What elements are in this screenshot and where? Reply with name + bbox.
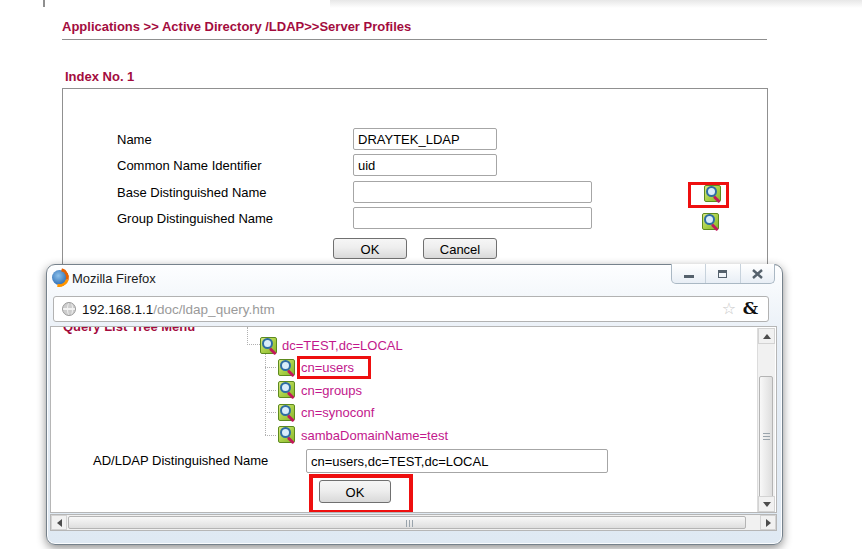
maximize-icon: [718, 270, 727, 278]
tree-node-search-icon[interactable]: [260, 337, 277, 354]
dn-label: AD/LDAP Distinguished Name: [93, 453, 268, 468]
arrow-up-icon: [763, 330, 771, 339]
common-name-identifier-input[interactable]: [353, 154, 497, 176]
tree-node-search-icon[interactable]: [278, 359, 295, 376]
group-dn-input[interactable]: [353, 207, 592, 229]
breadcrumb: Applications >> Active Directory /LDAP>>…: [62, 19, 411, 34]
highlight-box-cn-users: [297, 356, 371, 379]
tree-node-cn-synoconf[interactable]: cn=synoconf: [301, 405, 374, 420]
tree-node-search-icon[interactable]: [278, 426, 295, 443]
address-bar[interactable]: 192.168.1.1/doc/ldap_query.htm ☆ &: [53, 296, 769, 322]
scroll-left-button[interactable]: [51, 515, 67, 530]
tree-connector: [265, 351, 267, 435]
tree-node-samba-domain[interactable]: sambaDomainName=test: [301, 428, 448, 443]
highlight-box-base-dn-icon: [688, 182, 729, 208]
horizontal-scroll-thumb[interactable]: [68, 516, 746, 529]
name-input[interactable]: [353, 128, 497, 150]
ok-button[interactable]: OK: [333, 238, 407, 259]
site-globe-icon: [62, 302, 76, 316]
minimize-icon: [684, 275, 694, 278]
group-dn-label: Group Distinguished Name: [117, 211, 273, 226]
scroll-down-button[interactable]: [758, 496, 775, 512]
tree-connector: [247, 327, 260, 345]
screen-artifact: [43, 0, 45, 7]
tree-connector: [265, 390, 276, 392]
vertical-scrollbar[interactable]: [757, 328, 775, 512]
screen: Applications >> Active Directory /LDAP>>…: [0, 0, 862, 549]
tree-node-cn-groups[interactable]: cn=groups: [301, 383, 362, 398]
window-controls: [671, 264, 775, 284]
ampersand-icon: &: [743, 298, 758, 318]
tree-node-root[interactable]: dc=TEST,dc=LOCAL: [282, 338, 403, 353]
scroll-right-button[interactable]: [760, 515, 776, 530]
common-name-identifier-label: Common Name Identifier: [117, 158, 262, 173]
page-title: Index No. 1: [65, 69, 134, 84]
horizontal-scrollbar[interactable]: [50, 514, 777, 531]
tree-connector: [265, 412, 276, 414]
arrow-down-icon: [763, 502, 771, 511]
arrow-left-icon: [53, 519, 62, 527]
tree-connector: [265, 435, 276, 437]
url-path: /doc/ldap_query.htm: [153, 302, 274, 317]
top-gradient-strip: [330, 0, 862, 8]
maximize-button[interactable]: [706, 264, 740, 283]
window-title: Mozilla Firefox: [72, 271, 156, 286]
tree-connector: [265, 367, 276, 369]
minimize-button[interactable]: [672, 264, 706, 283]
scroll-up-button[interactable]: [758, 328, 775, 344]
close-button[interactable]: [741, 264, 774, 283]
close-icon: [752, 269, 763, 279]
popup-content: Query List Tree Menu dc=TEST,dc=LOCAL cn…: [50, 326, 777, 513]
url-host: 192.168.1.1: [82, 302, 153, 317]
arrow-right-icon: [766, 519, 775, 527]
base-dn-input[interactable]: [353, 181, 592, 203]
query-list-heading: Query List Tree Menu: [63, 326, 195, 334]
vertical-scroll-thumb[interactable]: [759, 376, 773, 498]
bookmark-star-icon[interactable]: ☆: [722, 299, 736, 318]
url-text[interactable]: 192.168.1.1/doc/ldap_query.htm: [82, 302, 275, 317]
base-dn-label: Base Distinguished Name: [117, 185, 267, 200]
divider: [62, 39, 767, 40]
name-label: Name: [117, 132, 152, 147]
highlight-box-ok: [309, 474, 413, 513]
dn-input[interactable]: [306, 449, 608, 473]
group-dn-search-icon[interactable]: [702, 213, 719, 230]
tree-node-search-icon[interactable]: [278, 381, 295, 398]
tree-node-search-icon[interactable]: [278, 404, 295, 421]
cancel-button[interactable]: Cancel: [423, 238, 497, 259]
firefox-icon: [52, 270, 67, 285]
